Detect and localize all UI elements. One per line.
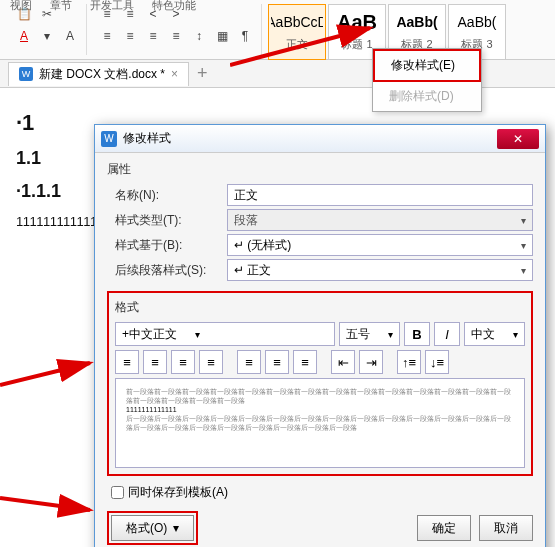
font-size-select[interactable]: 五号▾ bbox=[339, 322, 400, 346]
para-btn[interactable]: ¶ bbox=[235, 26, 255, 46]
based-select[interactable]: ↵ (无样式)▾ bbox=[227, 234, 533, 256]
chevron-down-icon: ▾ bbox=[521, 265, 526, 276]
lang-select[interactable]: 中文▾ bbox=[464, 322, 525, 346]
dialog-titlebar[interactable]: W 修改样式 ✕ bbox=[95, 125, 545, 153]
border-btn[interactable]: ▦ bbox=[212, 26, 232, 46]
menu-delete-style: 删除样式(D) bbox=[373, 82, 481, 111]
align-center-toggle[interactable]: ≡ bbox=[143, 350, 167, 374]
chevron-down-icon: ▾ bbox=[521, 240, 526, 251]
chevron-down-icon: ▾ bbox=[173, 521, 179, 535]
cancel-button[interactable]: 取消 bbox=[479, 515, 533, 541]
ok-button[interactable]: 确定 bbox=[417, 515, 471, 541]
close-tab-icon[interactable]: × bbox=[171, 67, 178, 81]
ribbon-tabs: 视图章节开发工具特色功能 bbox=[10, 0, 214, 13]
save-template-checkbox[interactable] bbox=[111, 486, 124, 499]
format-label: 格式 bbox=[115, 299, 525, 316]
indent-inc-toggle[interactable]: ⇥ bbox=[359, 350, 383, 374]
line-spacing-btn[interactable]: ↕ bbox=[189, 26, 209, 46]
after-space-toggle[interactable]: ↓≡ bbox=[425, 350, 449, 374]
italic-button[interactable]: I bbox=[434, 322, 460, 346]
follow-label: 后续段落样式(S): bbox=[115, 262, 227, 279]
spacing-1-toggle[interactable]: ≡ bbox=[237, 350, 261, 374]
style-context-menu: 修改样式(E) 删除样式(D) bbox=[372, 48, 482, 112]
dialog-title-text: 修改样式 bbox=[123, 130, 497, 147]
type-label: 样式类型(T): bbox=[115, 212, 227, 229]
document-tab-label: 新建 DOCX 文档.docx * bbox=[39, 66, 165, 83]
save-template-label: 同时保存到模板(A) bbox=[128, 484, 228, 501]
align-left-toggle[interactable]: ≡ bbox=[115, 350, 139, 374]
align-right-toggle[interactable]: ≡ bbox=[171, 350, 195, 374]
align-right-btn[interactable]: ≡ bbox=[143, 26, 163, 46]
align-justify-btn[interactable]: ≡ bbox=[166, 26, 186, 46]
document-tab[interactable]: W 新建 DOCX 文档.docx * × bbox=[8, 62, 189, 86]
spacing-3-toggle[interactable]: ≡ bbox=[293, 350, 317, 374]
align-left-btn[interactable]: ≡ bbox=[97, 26, 117, 46]
dialog-close-button[interactable]: ✕ bbox=[497, 129, 539, 149]
add-tab-button[interactable]: + bbox=[197, 63, 208, 84]
before-space-toggle[interactable]: ↑≡ bbox=[397, 350, 421, 374]
dialog-icon: W bbox=[101, 131, 117, 147]
font-family-select[interactable]: +中文正文▾ bbox=[115, 322, 335, 346]
char-btn[interactable]: A bbox=[60, 26, 80, 46]
preview-box: 前一段落前一段落前一段落前一段落前一段落前一段落前一段落前一段落前一段落前一段落… bbox=[115, 378, 525, 468]
font-color-btn[interactable]: A bbox=[14, 26, 34, 46]
spacing-2-toggle[interactable]: ≡ bbox=[265, 350, 289, 374]
style-item-normal[interactable]: AaBbCcD 正文 bbox=[268, 4, 326, 60]
align-justify-toggle[interactable]: ≡ bbox=[199, 350, 223, 374]
chevron-down-icon: ▾ bbox=[521, 215, 526, 226]
properties-label: 属性 bbox=[107, 161, 533, 178]
follow-select[interactable]: ↵ 正文▾ bbox=[227, 259, 533, 281]
type-select: 段落▾ bbox=[227, 209, 533, 231]
bold-button[interactable]: B bbox=[404, 322, 430, 346]
word-icon: W bbox=[19, 67, 33, 81]
format-dropdown-button[interactable]: 格式(O)▾ bbox=[111, 515, 194, 541]
modify-style-dialog: W 修改样式 ✕ 属性 名称(N): 样式类型(T): 段落▾ 样式基于(B):… bbox=[94, 124, 546, 547]
based-label: 样式基于(B): bbox=[115, 237, 227, 254]
align-center-btn[interactable]: ≡ bbox=[120, 26, 140, 46]
name-input[interactable] bbox=[227, 184, 533, 206]
name-label: 名称(N): bbox=[115, 187, 227, 204]
format-section: 格式 +中文正文▾ 五号▾ B I 中文▾ ≡ ≡ ≡ ≡ ≡ ≡ ≡ ⇤ ⇥ bbox=[107, 291, 533, 476]
menu-modify-style[interactable]: 修改样式(E) bbox=[373, 49, 481, 82]
indent-dec-toggle[interactable]: ⇤ bbox=[331, 350, 355, 374]
highlight-btn[interactable]: ▾ bbox=[37, 26, 57, 46]
